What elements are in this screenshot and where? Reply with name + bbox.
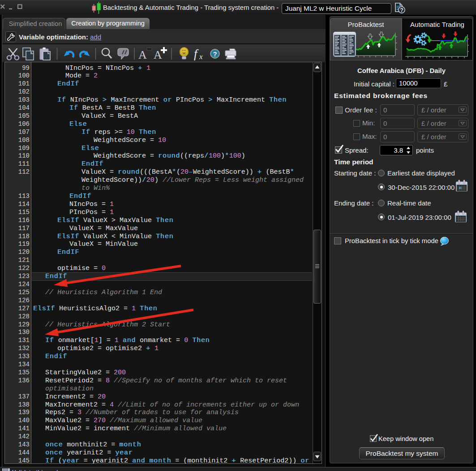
svg-text:?: ? bbox=[400, 7, 403, 13]
svg-text:f: f bbox=[194, 47, 199, 60]
svg-text:?: ? bbox=[213, 50, 217, 58]
svg-text:A: A bbox=[138, 48, 147, 61]
svg-text:x: x bbox=[199, 52, 203, 61]
